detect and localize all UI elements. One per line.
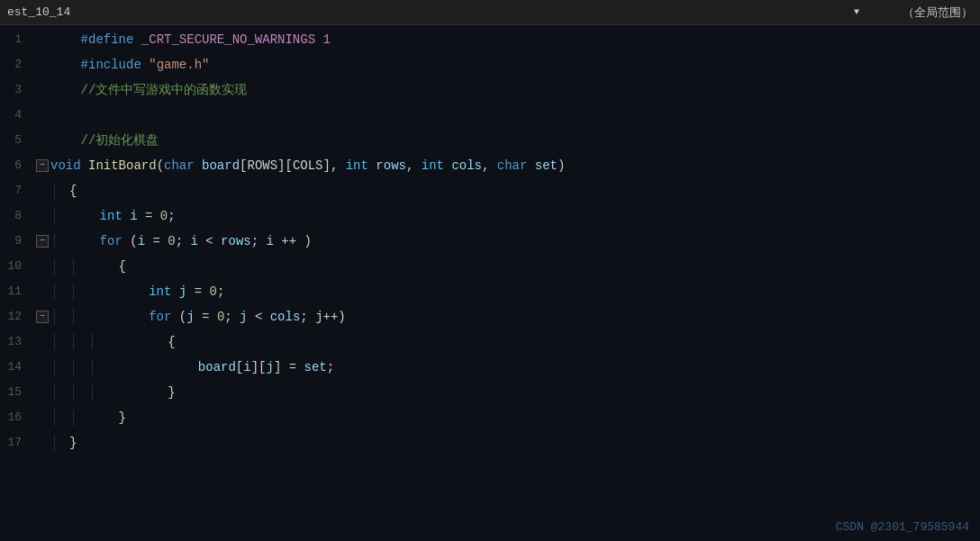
code-token: ( <box>157 153 164 178</box>
code-token <box>88 405 119 430</box>
indent-guide <box>73 384 74 401</box>
code-token: "game.h" <box>149 52 209 77</box>
line-number: 9 <box>0 229 29 254</box>
code-token: = <box>186 279 209 304</box>
code-token: int <box>346 153 368 178</box>
code-token <box>141 52 149 77</box>
code-token <box>50 27 81 52</box>
code-token <box>368 153 376 178</box>
line-number: 2 <box>0 52 29 77</box>
code-token <box>122 203 130 229</box>
line-number: 11 <box>0 279 29 304</box>
code-token: j <box>240 304 247 329</box>
code-token: = <box>195 304 217 329</box>
code-token: cols <box>270 304 301 329</box>
collapse-button[interactable]: − <box>36 235 49 248</box>
code-token: i <box>267 229 274 254</box>
indent-guide <box>73 309 74 325</box>
code-token: 0 <box>209 279 216 304</box>
code-token: ; <box>327 355 334 380</box>
code-token: char <box>164 153 195 178</box>
code-line: #include "game.h" <box>36 52 980 77</box>
code-token: ; <box>217 279 224 304</box>
code-token <box>107 355 198 380</box>
code-line: board[i][j] = set; <box>36 355 980 380</box>
code-line: { <box>36 329 980 355</box>
code-token: #include <box>81 52 141 77</box>
indent-guide <box>54 284 55 300</box>
code-token: , <box>482 153 497 178</box>
code-token: { <box>119 254 126 279</box>
code-token: j++) <box>315 304 346 329</box>
indent-guide <box>73 359 74 375</box>
collapse-button[interactable]: − <box>36 311 49 323</box>
code-line: int i = 0; <box>36 203 980 229</box>
code-token: board <box>198 355 236 380</box>
code-line: { <box>36 178 980 203</box>
line-numbers: 1234567891011121314151617 <box>0 25 36 541</box>
indent-guide <box>73 334 74 350</box>
indent-guide <box>54 410 55 426</box>
code-token: for <box>149 304 171 329</box>
code-line: #define _CRT_SECURE_NO_WARNINGS 1 <box>36 27 980 52</box>
code-token <box>88 279 149 304</box>
code-token: i <box>130 203 137 229</box>
code-line: } <box>36 430 980 455</box>
line-number: 17 <box>0 430 29 455</box>
code-token: ++ ) <box>274 229 312 254</box>
code-token: i <box>138 229 145 254</box>
code-token: board <box>202 153 240 178</box>
indent-guide <box>54 384 55 401</box>
code-line: { <box>36 254 980 279</box>
code-token: ; <box>176 229 191 254</box>
indent-guide <box>92 359 93 375</box>
line-number: 3 <box>0 77 29 103</box>
code-token: j <box>186 304 194 329</box>
code-token <box>171 279 178 304</box>
code-token: } <box>168 380 175 405</box>
line-number: 13 <box>0 329 29 355</box>
code-token: _CRT_SECURE_NO_WARNINGS 1 <box>133 27 330 52</box>
code-line: } <box>36 380 980 405</box>
code-token: //初始化棋盘 <box>81 128 159 153</box>
code-token: ( <box>122 229 138 254</box>
indent-guide <box>92 384 93 401</box>
code-token: [ROWS][COLS], <box>240 153 346 178</box>
code-token: char <box>497 153 528 178</box>
indent-guide <box>73 410 74 426</box>
code-token <box>444 153 451 178</box>
indent-guide <box>54 233 55 249</box>
code-token: rows <box>221 229 251 254</box>
code-area: 1234567891011121314151617 #define _CRT_S… <box>0 25 980 541</box>
code-token: set <box>535 153 558 178</box>
code-line <box>36 103 980 128</box>
code-token: ; <box>251 229 267 254</box>
code-token: int <box>422 153 444 178</box>
indent-guide <box>54 359 55 375</box>
code-token: InitBoard <box>88 153 157 178</box>
code-token <box>50 52 81 77</box>
indent-guide <box>54 208 55 224</box>
code-token: ; <box>168 203 175 229</box>
editor-container: est_10_14 ▼ （全局范围） 123456789101112131415… <box>0 0 980 541</box>
line-number: 5 <box>0 128 29 153</box>
code-token <box>107 329 168 355</box>
code-token: cols <box>451 153 482 178</box>
indent-guide <box>54 309 55 325</box>
line-number: 8 <box>0 203 29 229</box>
line-number: 15 <box>0 380 29 405</box>
code-token <box>50 77 81 103</box>
line-number: 16 <box>0 405 29 430</box>
code-token: ] = <box>274 355 304 380</box>
indent-guide <box>54 334 55 350</box>
indent-guide <box>92 334 93 350</box>
code-token: ; <box>300 304 315 329</box>
indent-guide <box>54 183 55 199</box>
dropdown-arrow-icon[interactable]: ▼ <box>854 7 859 17</box>
code-token <box>69 203 100 229</box>
collapse-button[interactable]: − <box>36 159 49 172</box>
title-bar: est_10_14 ▼ （全局范围） <box>0 0 980 25</box>
code-token: #define <box>81 27 134 52</box>
code-line: int j = 0; <box>36 279 980 304</box>
indent-guide <box>73 284 74 300</box>
